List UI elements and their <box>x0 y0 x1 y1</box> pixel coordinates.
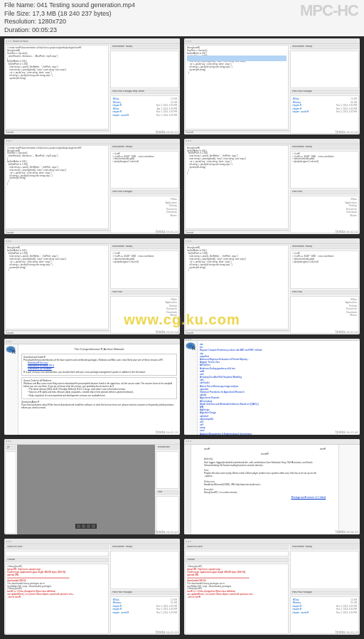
thumb-11: Source on Save Console > library(tuneR) … <box>4 539 180 635</box>
env-pane[interactable] <box>110 51 179 88</box>
thumb-6: library(tuneR) for(theMelee in 5:8) { fo… <box>184 238 360 334</box>
code-editor[interactable]: # create tuneR documentation at http://c… <box>5 45 109 130</box>
thumbnail-grid: Source on Save # create tuneR documentat… <box>4 38 360 635</box>
zoom-out-icon[interactable] <box>82 524 85 528</box>
thumb-5: library(tuneR) for(theMelee in 5:8) { fo… <box>4 238 180 334</box>
thumb-10: tuneRtuneR tuneR Author(s) Uwe Ligges <l… <box>184 439 360 535</box>
thumb-8: abcbioBaysian Compute Predictive p-value… <box>184 339 360 435</box>
thumb-4: library(tuneR) for(theMelee in 5:8) { fo… <box>184 139 360 235</box>
code-editor[interactable]: library(tuneR) for(theMelee in 5:8) { fo… <box>185 245 289 329</box>
cran-content[interactable]: The Comprehensive R Archive Network Down… <box>18 344 180 435</box>
console-output: > #corR > #corR == .8148 * 1000 cross co… <box>110 151 179 189</box>
window-titlebar: Source on Save <box>4 38 180 44</box>
console-pane[interactable]: > library(tuneR) trying URL 'http://cran… <box>5 564 109 634</box>
r-logo-icon <box>6 346 16 353</box>
thumb-9: Source on Save Environment Files lynda00… <box>4 439 180 535</box>
code-editor[interactable]: library(tuneR) for(theMelee in 5:8) { fo… <box>5 245 109 329</box>
thumb-7: The Comprehensive R Archive Network Down… <box>4 339 180 435</box>
console-pane[interactable]: > library(tuneR) trying URL 'http://cran… <box>185 564 289 634</box>
hand-icon[interactable] <box>87 524 90 528</box>
thumb-12: Source on Save Console > library(tuneR) … <box>184 539 360 635</box>
zoom-in-icon[interactable] <box>77 524 80 528</box>
package-list[interactable]: abcbioBaysian Compute Predictive p-value… <box>198 341 360 435</box>
files-pane[interactable]: .RData2.4 KB .Rhistory3.5 KB chapter.RNo… <box>110 95 179 133</box>
code-editor[interactable]: library(tuneR) for(theMelee in 5:8) { fo… <box>185 145 289 230</box>
code-editor[interactable]: library(tuneR) SineGen <- function() for… <box>185 45 289 130</box>
thumb-3: # create tuneR documentation at http://c… <box>4 139 180 235</box>
help-doc[interactable]: tuneRtuneR tuneR Author(s) Uwe Ligges <l… <box>191 445 338 535</box>
player-name: MPC-HC <box>300 1 358 20</box>
code-editor[interactable]: # create tuneR documentation at http://c… <box>5 145 109 230</box>
image-viewer[interactable] <box>17 445 155 535</box>
r-logo-icon <box>186 342 196 349</box>
viewer-controls[interactable] <box>75 524 97 529</box>
thumb-1: Source on Save # create tuneR documentat… <box>4 38 180 134</box>
fit-icon[interactable] <box>92 524 95 528</box>
thumb-2: library(tuneR) SineGen <- function() for… <box>184 38 360 134</box>
